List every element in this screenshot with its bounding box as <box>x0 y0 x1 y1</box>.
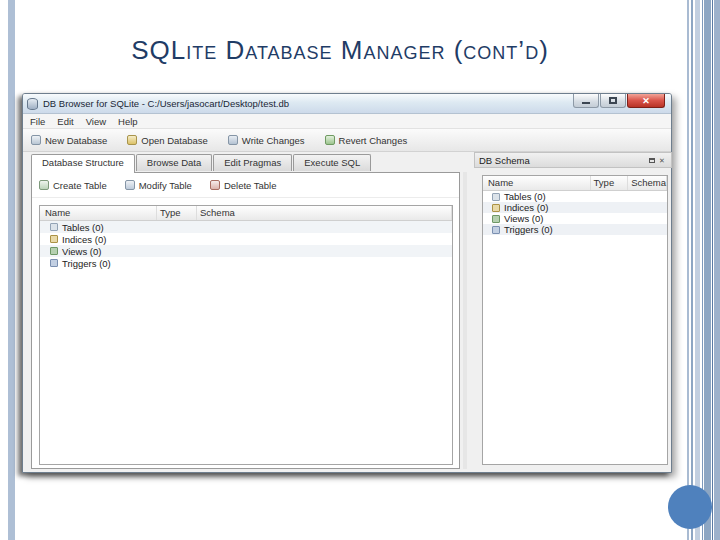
tree-row-indices[interactable]: Indices (0) <box>40 233 452 245</box>
window-titlebar[interactable]: DB Browser for SQLite - C:/Users/jasocar… <box>23 94 671 114</box>
tree-row-views[interactable]: Views (0) <box>40 245 452 257</box>
dock-row-label: Indices (0) <box>504 202 548 213</box>
new-database-label: New Database <box>45 135 107 146</box>
close-button[interactable]: ✕ <box>627 94 665 108</box>
db-schema-title: DB Schema <box>479 155 647 166</box>
create-table-button[interactable]: Create Table <box>39 180 107 191</box>
dock-row-views[interactable]: Views (0) <box>483 213 667 224</box>
menu-item-help[interactable]: Help <box>118 116 138 127</box>
column-header-type[interactable]: Type <box>157 206 197 220</box>
view-icon <box>492 215 500 223</box>
tab-bar: Database Structure Browse Data Edit Prag… <box>31 154 372 173</box>
db-schema-header[interactable]: DB Schema ✕ <box>474 152 672 168</box>
decor-stripe-right-2 <box>691 0 693 540</box>
window-title: DB Browser for SQLite - C:/Users/jasocar… <box>43 98 573 109</box>
open-database-icon <box>127 135 137 145</box>
write-changes-button[interactable]: Write Changes <box>228 135 305 146</box>
slide-title: SQLite Database Manager (cont’d) <box>0 35 680 66</box>
dock-close-icon: ✕ <box>659 157 665 164</box>
decor-stripe-right-5 <box>704 0 711 540</box>
main-toolbar: New Database Open Database Write Changes… <box>23 129 671 152</box>
tab-database-structure[interactable]: Database Structure <box>31 154 135 173</box>
panel-splitter[interactable] <box>463 172 467 469</box>
trigger-icon <box>50 259 58 267</box>
decor-stripe-right-1 <box>687 0 689 540</box>
tree-row-label: Triggers (0) <box>62 258 111 269</box>
table-icon <box>492 193 500 201</box>
decor-stripe-right-6 <box>712 0 713 540</box>
new-database-icon <box>31 135 41 145</box>
structure-tree: Name Type Schema Tables (0) Indices (0) <box>39 205 453 465</box>
dock-close-button[interactable]: ✕ <box>657 155 667 165</box>
revert-changes-icon <box>325 135 335 145</box>
modify-table-icon <box>125 180 135 190</box>
menu-item-view[interactable]: View <box>86 116 106 127</box>
dock-row-triggers[interactable]: Triggers (0) <box>483 224 667 235</box>
minimize-icon <box>582 102 590 104</box>
revert-changes-button[interactable]: Revert Changes <box>325 135 408 146</box>
minimize-button[interactable] <box>573 94 599 108</box>
revert-changes-label: Revert Changes <box>339 135 408 146</box>
write-changes-icon <box>228 135 238 145</box>
dock-row-label: Tables (0) <box>504 191 546 202</box>
dock-row-label: Views (0) <box>504 213 543 224</box>
open-database-button[interactable]: Open Database <box>127 135 208 146</box>
create-table-icon <box>39 180 49 190</box>
database-structure-panel: Create Table Modify Table Delete Table N… <box>31 172 460 469</box>
create-table-label: Create Table <box>53 180 107 191</box>
decor-circle <box>668 485 712 529</box>
tree-row-label: Views (0) <box>62 246 101 257</box>
db-schema-tree-header: Name Type Schema <box>483 176 667 191</box>
column-header-schema[interactable]: Schema <box>628 176 667 190</box>
tab-execute-sql[interactable]: Execute SQL <box>293 154 371 171</box>
tab-browse-data[interactable]: Browse Data <box>136 154 212 171</box>
structure-toolbar: Create Table Modify Table Delete Table <box>32 173 459 198</box>
modify-table-label: Modify Table <box>139 180 192 191</box>
index-icon <box>50 235 58 243</box>
dock-row-label: Triggers (0) <box>504 224 553 235</box>
menu-bar: File Edit View Help <box>23 114 671 129</box>
maximize-button[interactable] <box>600 94 626 108</box>
column-header-name[interactable]: Name <box>483 176 591 190</box>
app-window: DB Browser for SQLite - C:/Users/jasocar… <box>22 93 672 473</box>
window-controls: ✕ <box>573 94 665 108</box>
window-content: Database Structure Browse Data Edit Prag… <box>23 152 671 472</box>
maximize-icon <box>609 97 617 104</box>
tree-row-triggers[interactable]: Triggers (0) <box>40 257 452 269</box>
tree-row-label: Indices (0) <box>62 234 106 245</box>
delete-table-label: Delete Table <box>224 180 277 191</box>
table-icon <box>50 223 58 231</box>
dock-float-button[interactable] <box>647 155 657 165</box>
new-database-button[interactable]: New Database <box>31 135 107 146</box>
view-icon <box>50 247 58 255</box>
tree-row-label: Tables (0) <box>62 222 104 233</box>
db-schema-dock: DB Schema ✕ Name Type Schema Tables (0) <box>474 152 672 469</box>
decor-stripe-left <box>8 0 15 540</box>
tree-row-tables[interactable]: Tables (0) <box>40 221 452 233</box>
write-changes-label: Write Changes <box>242 135 305 146</box>
decor-stripe-right-7 <box>714 0 720 540</box>
column-header-type[interactable]: Type <box>591 176 629 190</box>
decor-stripe-right-4 <box>702 0 703 540</box>
tab-edit-pragmas[interactable]: Edit Pragmas <box>213 154 292 171</box>
delete-table-button[interactable]: Delete Table <box>210 180 277 191</box>
slide: SQLite Database Manager (cont’d) DB Brow… <box>0 0 720 540</box>
column-header-schema[interactable]: Schema <box>197 206 452 220</box>
dock-row-indices[interactable]: Indices (0) <box>483 202 667 213</box>
delete-table-icon <box>210 180 220 190</box>
dock-float-icon <box>649 158 655 163</box>
menu-item-edit[interactable]: Edit <box>57 116 73 127</box>
column-header-name[interactable]: Name <box>40 206 157 220</box>
trigger-icon <box>492 226 500 234</box>
structure-tree-header: Name Type Schema <box>40 206 452 221</box>
index-icon <box>492 204 500 212</box>
open-database-label: Open Database <box>141 135 208 146</box>
dock-row-tables[interactable]: Tables (0) <box>483 191 667 202</box>
modify-table-button[interactable]: Modify Table <box>125 180 192 191</box>
decor-stripe-right-3 <box>695 0 700 540</box>
menu-item-file[interactable]: File <box>30 116 45 127</box>
db-schema-tree: Name Type Schema Tables (0) Indices (0) <box>482 175 668 465</box>
close-icon: ✕ <box>642 96 650 106</box>
database-app-icon <box>27 98 38 110</box>
